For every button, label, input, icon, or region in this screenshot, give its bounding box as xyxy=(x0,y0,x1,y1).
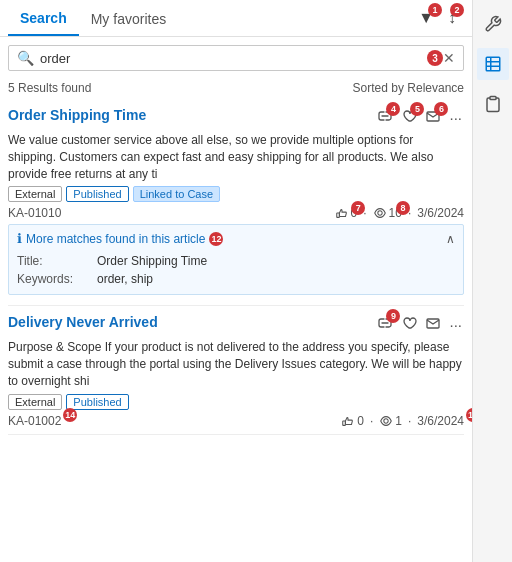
ellipsis-icon: ··· xyxy=(449,109,462,126)
results-count: 5 Results found xyxy=(8,81,91,95)
article-id-1: KA-01010 xyxy=(8,206,61,220)
article-title-1[interactable]: Order Shipping Time xyxy=(8,107,375,123)
match-row-keywords: Keywords: order, ship xyxy=(17,270,455,288)
article-body-2: Purpose & Scope If your product is not d… xyxy=(8,339,464,389)
match-value-keywords: order, ship xyxy=(97,272,153,286)
article-stats-2: 0 · 1 · 3/6/2024 13 xyxy=(341,414,464,428)
article-tags-2: External Published xyxy=(8,394,464,410)
views-stat-2: 1 xyxy=(379,414,402,428)
tag-published-1: Published xyxy=(66,186,128,202)
more-matches-toggle[interactable]: ℹ More matches found in this article 12 … xyxy=(17,231,455,246)
sort-label: Sorted by Relevance xyxy=(353,81,464,95)
collapse-icon[interactable]: ∧ xyxy=(446,232,455,246)
sidebar-table-button[interactable] xyxy=(477,48,509,80)
tab-favorites[interactable]: My favorites xyxy=(79,1,178,35)
id-badge-2: 14 xyxy=(63,408,77,422)
article-footer-1: KA-01010 0 7 · xyxy=(8,206,464,220)
tag-external-2: External xyxy=(8,394,62,410)
date-badge-2: 13 xyxy=(466,408,472,422)
views-stat-1: 10 8 xyxy=(373,206,402,220)
link-icon-2[interactable]: 9 xyxy=(375,314,395,335)
search-icon: 🔍 xyxy=(17,50,34,66)
more-icon-2[interactable]: ··· xyxy=(447,315,464,334)
article-body-1: We value customer service above all else… xyxy=(8,132,464,182)
email-icon-1[interactable]: 6 xyxy=(423,107,443,128)
sort-badge: 2 xyxy=(450,3,464,17)
more-matches-body: Title: Order Shipping Time Keywords: ord… xyxy=(17,252,455,288)
heart-badge-1: 5 xyxy=(410,102,424,116)
article-actions-2: 9 ··· xyxy=(375,314,464,335)
filter-badge: 1 xyxy=(428,3,442,17)
heart-icon-1[interactable]: 5 xyxy=(399,107,419,128)
header-actions: ▼ 1 ↕ 2 xyxy=(414,7,464,29)
results-info: 5 Results found Sorted by Relevance xyxy=(0,79,472,99)
article-card-2: Delivery Never Arrived 9 xyxy=(8,306,464,434)
ellipsis-icon-2: ··· xyxy=(449,316,462,333)
article-title-2[interactable]: Delivery Never Arrived xyxy=(8,314,375,330)
article-date-1: 3/6/2024 xyxy=(417,206,464,220)
info-icon: ℹ xyxy=(17,231,22,246)
svg-rect-2 xyxy=(336,213,339,217)
right-sidebar xyxy=(472,0,512,562)
article-date-2: 3/6/2024 13 xyxy=(417,414,464,428)
match-value-title: Order Shipping Time xyxy=(97,254,207,268)
article-footer-2: KA-01002 14 0 · xyxy=(8,414,464,428)
match-row-title: Title: Order Shipping Time xyxy=(17,252,455,270)
match-label-title: Title: xyxy=(17,254,97,268)
thumbs-count-2: 0 xyxy=(357,414,364,428)
match-label-keywords: Keywords: xyxy=(17,272,97,286)
heart-icon-2[interactable] xyxy=(399,314,419,335)
more-matches-label: More matches found in this article xyxy=(26,232,205,246)
filter-button[interactable]: ▼ 1 xyxy=(414,7,438,29)
article-stats-1: 0 7 · 10 8 · 3/6/2024 xyxy=(335,206,464,220)
more-icon-1[interactable]: ··· xyxy=(447,108,464,127)
svg-point-7 xyxy=(384,419,388,423)
link-badge-1: 4 xyxy=(386,102,400,116)
article-card-1: Order Shipping Time 4 xyxy=(8,99,464,306)
svg-point-3 xyxy=(377,211,381,215)
email-badge-1: 6 xyxy=(434,102,448,116)
tag-published-2: Published xyxy=(66,394,128,410)
email-icon-2[interactable] xyxy=(423,314,443,335)
articles-list: Order Shipping Time 4 xyxy=(0,99,472,562)
link-badge-2: 9 xyxy=(386,309,400,323)
more-matches-section: ℹ More matches found in this article 12 … xyxy=(8,224,464,295)
svg-rect-12 xyxy=(490,97,496,100)
views-count-2: 1 xyxy=(395,414,402,428)
query-count-badge: 3 xyxy=(427,50,443,66)
sidebar-clipboard-button[interactable] xyxy=(477,88,509,120)
svg-rect-6 xyxy=(343,421,346,425)
tabs-bar: Search My favorites ▼ 1 ↕ 2 xyxy=(0,0,472,37)
link-icon-1[interactable]: 4 xyxy=(375,107,395,128)
tag-external-1: External xyxy=(8,186,62,202)
tab-search[interactable]: Search xyxy=(8,0,79,36)
thumbs-stat-2: 0 xyxy=(341,414,364,428)
article-actions-1: 4 5 6 xyxy=(375,107,464,128)
tag-linked-1: Linked to Case xyxy=(133,186,220,202)
search-bar: 🔍 3 ✕ xyxy=(8,45,464,71)
sidebar-wrench-button[interactable] xyxy=(477,8,509,40)
sort-button[interactable]: ↕ 2 xyxy=(444,7,460,29)
article-header-1: Order Shipping Time 4 xyxy=(8,107,464,128)
article-id-2: KA-01002 14 xyxy=(8,414,61,428)
article-tags-1: External Published Linked to Case xyxy=(8,186,464,202)
more-matches-badge: 12 xyxy=(209,232,223,246)
search-input[interactable] xyxy=(40,51,425,66)
clear-search-button[interactable]: ✕ xyxy=(443,50,455,66)
thumbs-stat-1: 0 7 xyxy=(335,206,358,220)
article-header-2: Delivery Never Arrived 9 xyxy=(8,314,464,335)
svg-rect-8 xyxy=(486,57,500,71)
